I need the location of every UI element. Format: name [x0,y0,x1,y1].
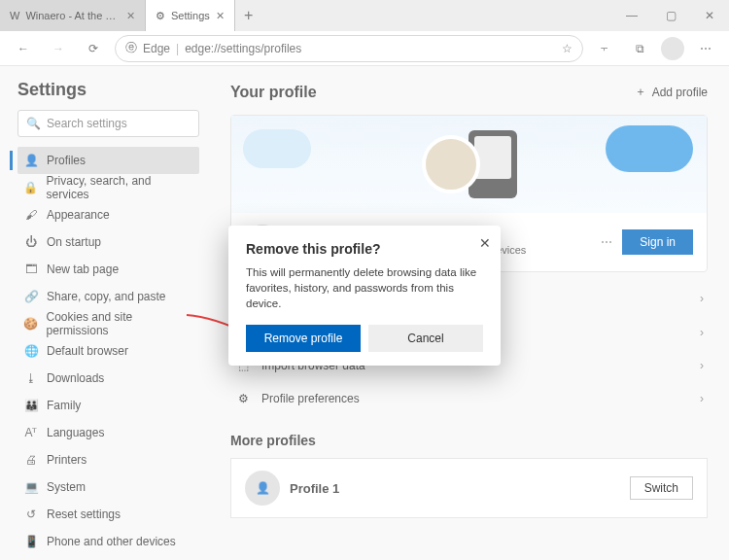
dialog-title: Remove this profile? [246,241,483,257]
dialog-body: This will permanently delete browsing da… [246,264,483,311]
remove-profile-dialog: ✕ Remove this profile? This will permane… [228,226,501,366]
dialog-close-button[interactable]: ✕ [479,235,491,251]
modal-overlay: ✕ Remove this profile? This will permane… [0,0,729,560]
avatar-illustration [422,135,480,193]
remove-profile-button[interactable]: Remove profile [246,325,361,352]
cancel-button[interactable]: Cancel [368,325,483,352]
